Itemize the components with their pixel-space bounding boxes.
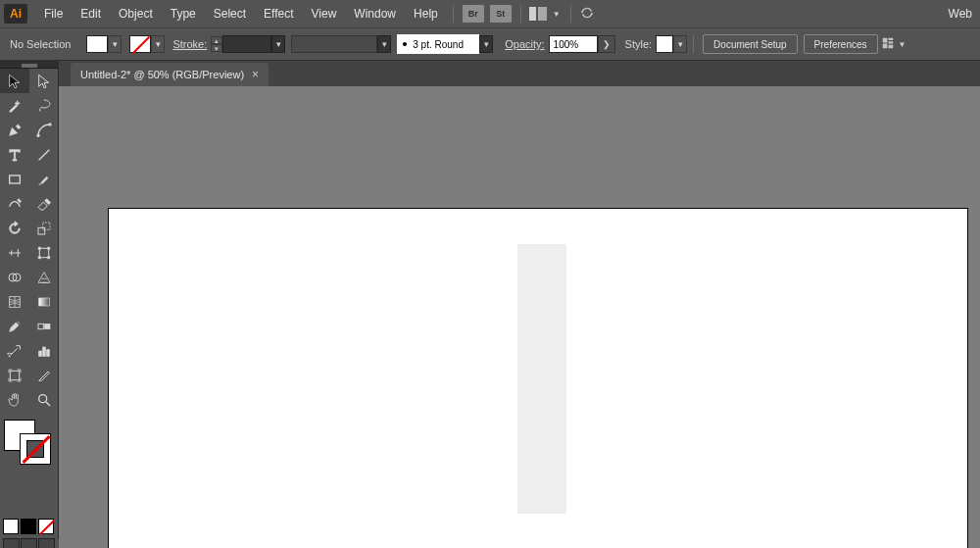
workspace-switcher[interactable]: Web xyxy=(941,0,980,27)
blend-tool[interactable] xyxy=(29,314,59,338)
graphic-style-swatch[interactable] xyxy=(656,35,673,53)
menu-select[interactable]: Select xyxy=(205,3,255,25)
svg-point-8 xyxy=(47,247,50,250)
pen-tool[interactable] xyxy=(0,118,29,142)
selection-state-label: No Selection xyxy=(10,38,71,50)
shaper-tool[interactable] xyxy=(0,191,29,216)
color-mode-solid[interactable] xyxy=(3,519,19,534)
selection-tool[interactable] xyxy=(0,69,29,93)
color-mode-none[interactable] xyxy=(38,519,54,534)
artboard[interactable] xyxy=(108,208,968,548)
svg-point-9 xyxy=(38,256,41,259)
brush-preview-icon xyxy=(403,42,407,46)
svg-line-2 xyxy=(39,149,50,160)
menu-object[interactable]: Object xyxy=(110,3,162,25)
magic-wand-tool[interactable] xyxy=(0,93,29,118)
direct-selection-tool[interactable] xyxy=(29,69,59,93)
stroke-weight-stepper[interactable]: ▴▾ xyxy=(211,36,222,52)
stroke-weight-field[interactable] xyxy=(222,35,271,53)
svg-point-10 xyxy=(47,256,50,259)
draw-inside-mode[interactable] xyxy=(38,538,55,548)
close-icon[interactable]: × xyxy=(252,68,259,81)
eyedropper-tool[interactable] xyxy=(0,314,29,338)
color-swatches-section xyxy=(0,416,58,465)
variable-width-profile[interactable] xyxy=(291,35,377,53)
stroke-dropdown[interactable]: ▾ xyxy=(151,35,165,53)
menu-edit[interactable]: Edit xyxy=(72,3,110,25)
shape-builder-tool[interactable] xyxy=(0,265,29,289)
stroke-swatch[interactable] xyxy=(129,35,151,53)
paintbrush-tool[interactable] xyxy=(29,167,59,191)
variable-width-dropdown[interactable]: ▾ xyxy=(377,35,391,53)
menu-view[interactable]: View xyxy=(303,3,346,25)
control-bar: No Selection ▾ ▾ Stroke: ▴▾ ▾ ▾ 3 pt. Ro… xyxy=(0,27,980,61)
brush-name-label: 3 pt. Round xyxy=(413,39,464,50)
document-tab[interactable]: Untitled-2* @ 50% (RGB/Preview) × xyxy=(71,63,269,86)
svg-line-25 xyxy=(46,402,50,406)
svg-point-1 xyxy=(49,123,52,125)
stroke-weight-dropdown[interactable]: ▾ xyxy=(271,35,285,53)
rectangle-tool[interactable] xyxy=(0,167,29,191)
line-segment-tool[interactable] xyxy=(29,142,59,167)
symbol-sprayer-tool[interactable] xyxy=(0,338,29,363)
svg-rect-22 xyxy=(47,349,50,356)
eraser-tool[interactable] xyxy=(29,191,59,216)
bridge-button[interactable]: Br xyxy=(463,5,484,23)
document-setup-button[interactable]: Document Setup xyxy=(703,34,798,54)
svg-rect-6 xyxy=(39,248,48,257)
color-mode-gradient[interactable] xyxy=(21,519,36,534)
menu-type[interactable]: Type xyxy=(162,3,205,25)
tool-panel-handle[interactable] xyxy=(0,61,59,69)
opacity-panel-link[interactable]: Opacity: xyxy=(505,38,544,50)
column-graph-tool[interactable] xyxy=(29,338,59,363)
stroke-panel-link[interactable]: Stroke: xyxy=(172,38,207,50)
menu-window[interactable]: Window xyxy=(345,3,405,25)
document-tab-row: Untitled-2* @ 50% (RGB/Preview) × xyxy=(0,61,980,86)
chevron-down-icon[interactable]: ▼ xyxy=(899,40,906,49)
svg-point-7 xyxy=(38,247,41,250)
zoom-tool[interactable] xyxy=(29,387,59,412)
canvas-workspace[interactable] xyxy=(59,86,980,548)
divider xyxy=(693,35,694,53)
slice-tool[interactable] xyxy=(29,363,59,387)
gradient-tool[interactable] xyxy=(29,289,59,314)
svg-rect-5 xyxy=(43,223,50,229)
chevron-down-icon[interactable]: ▼ xyxy=(553,10,561,19)
rotate-tool[interactable] xyxy=(0,216,29,240)
hand-tool[interactable] xyxy=(0,387,29,412)
scale-tool[interactable] xyxy=(29,216,59,240)
svg-rect-16 xyxy=(45,324,50,328)
perspective-grid-tool[interactable] xyxy=(29,265,59,289)
preferences-button[interactable]: Preferences xyxy=(804,34,878,54)
sync-settings-icon[interactable] xyxy=(577,5,597,24)
mesh-tool[interactable] xyxy=(0,289,29,314)
draw-normal-mode[interactable] xyxy=(3,538,20,548)
align-flyout-icon[interactable] xyxy=(881,36,895,52)
svg-rect-23 xyxy=(10,371,19,379)
brush-definition-select[interactable]: 3 pt. Round xyxy=(397,34,479,54)
stock-button[interactable]: St xyxy=(490,5,512,23)
menu-file[interactable]: File xyxy=(35,3,72,25)
menu-help[interactable]: Help xyxy=(405,3,447,25)
svg-rect-3 xyxy=(10,175,21,183)
fill-dropdown[interactable]: ▾ xyxy=(108,35,122,53)
divider xyxy=(570,5,571,23)
svg-rect-15 xyxy=(38,324,43,328)
graphic-style-dropdown[interactable]: ▾ xyxy=(673,35,687,53)
brush-dropdown[interactable]: ▾ xyxy=(479,35,493,53)
opacity-field[interactable]: 100% xyxy=(549,35,598,53)
free-transform-tool[interactable] xyxy=(29,240,59,265)
width-tool[interactable] xyxy=(0,240,29,265)
draw-behind-mode[interactable] xyxy=(21,538,37,548)
fill-swatch[interactable] xyxy=(86,35,108,53)
artboard-tool[interactable] xyxy=(0,363,29,387)
arrange-documents-icon[interactable] xyxy=(529,7,547,21)
stroke-color-swatch[interactable] xyxy=(20,433,51,465)
drawn-rectangle-shape[interactable] xyxy=(517,244,566,514)
opacity-dropdown[interactable]: ❯ xyxy=(598,35,615,53)
tools-panel xyxy=(0,69,59,539)
lasso-tool[interactable] xyxy=(29,93,59,118)
type-tool[interactable] xyxy=(0,142,29,167)
curvature-tool[interactable] xyxy=(29,118,59,142)
menu-effect[interactable]: Effect xyxy=(255,3,302,25)
